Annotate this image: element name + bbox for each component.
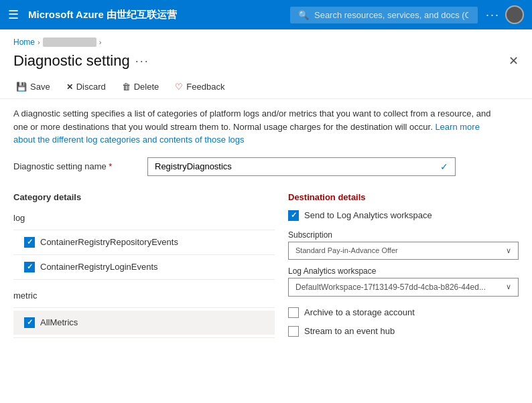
stream-row: Stream to an event hub xyxy=(288,326,519,337)
breadcrumb-home[interactable]: Home xyxy=(13,37,35,47)
required-indicator: * xyxy=(107,161,113,171)
metric-item-divider xyxy=(13,337,275,338)
name-input-wrapper: ✓ xyxy=(147,157,456,176)
container-registry-login-label: ContainerRegistryLoginEvents xyxy=(40,262,158,272)
workspace-field: Log Analytics workspace DefaultWorkspace… xyxy=(288,266,519,297)
log-analytics-checkbox[interactable] xyxy=(288,210,299,221)
container-registry-login-checkbox[interactable] xyxy=(24,262,35,272)
metric-section: metric AllMetrics xyxy=(13,288,275,338)
nav-title: Microsoft Azure 由世纪互联运营 xyxy=(28,9,290,21)
search-input[interactable] xyxy=(314,10,468,20)
feedback-button[interactable]: ♡ Feedback xyxy=(172,79,227,94)
stream-label: Stream to an event hub xyxy=(304,326,395,336)
name-label: Diagnostic setting name * xyxy=(13,161,147,171)
description: A diagnostic setting specifies a list of… xyxy=(0,99,509,155)
nav-bar: ☰ Microsoft Azure 由世纪互联运营 🔍 ··· xyxy=(0,0,532,29)
hamburger-icon[interactable]: ☰ xyxy=(8,7,19,22)
subscription-chevron-icon: ∨ xyxy=(506,246,511,255)
main-panel: Home › › Diagnostic setting ··· ✕ 💾 Save… xyxy=(0,29,532,403)
log-label: log xyxy=(13,210,275,226)
subscription-dropdown[interactable]: Standard Pay-in-Advance Offer ∨ xyxy=(288,242,519,260)
title-row: Diagnostic setting ··· xyxy=(13,52,149,70)
workspace-dropdown[interactable]: DefaultWorkspace-17f13149-57dd-4cba-b826… xyxy=(288,278,519,297)
nav-more-icon[interactable]: ··· xyxy=(486,8,500,22)
breadcrumb-chevron-2: › xyxy=(99,38,102,46)
metric-divider xyxy=(13,307,275,308)
breadcrumb: Home › › xyxy=(0,29,532,50)
subscription-value: Standard Pay-in-Advance Offer xyxy=(295,246,398,254)
validation-check-icon: ✓ xyxy=(440,161,448,172)
category-heading: Category details xyxy=(13,192,275,202)
subscription-label: Subscription xyxy=(288,230,519,240)
delete-icon: 🗑 xyxy=(122,82,131,92)
discard-icon: ✕ xyxy=(66,82,73,92)
log-analytics-label: Send to Log Analytics workspace xyxy=(304,210,432,220)
category-column: Category details log ContainerRegistryRe… xyxy=(13,192,275,346)
send-to-log-analytics-row: Send to Log Analytics workspace xyxy=(288,210,519,221)
workspace-value: DefaultWorkspace-17f13149-57dd-4cba-b826… xyxy=(295,283,486,292)
discard-label: Discard xyxy=(76,82,106,92)
name-row: Diagnostic setting name * ✓ xyxy=(13,157,519,176)
log-divider xyxy=(13,230,275,230)
breadcrumb-middle xyxy=(43,37,96,47)
subscription-field: Subscription Standard Pay-in-Advance Off… xyxy=(288,230,519,260)
destination-column: Destination details Send to Log Analytic… xyxy=(288,192,519,346)
close-button[interactable]: ✕ xyxy=(509,54,519,68)
save-label: Save xyxy=(30,82,50,92)
container-registry-repo-label: ContainerRegistryRepositoryEvents xyxy=(40,237,178,247)
destination-heading: Destination details xyxy=(288,192,519,202)
form-area: Diagnostic setting name * ✓ xyxy=(0,155,532,192)
toolbar: 💾 Save ✕ Discard 🗑 Delete ♡ Feedback xyxy=(0,75,532,99)
breadcrumb-chevron-1: › xyxy=(38,38,40,46)
page-title: Diagnostic setting xyxy=(13,52,130,70)
delete-button[interactable]: 🗑 Delete xyxy=(119,79,162,94)
list-item: ContainerRegistryLoginEvents xyxy=(13,258,275,276)
metric-label: metric xyxy=(13,288,275,303)
discard-button[interactable]: ✕ Discard xyxy=(64,79,109,94)
archive-checkbox[interactable] xyxy=(288,307,299,318)
title-area: Diagnostic setting ··· ✕ xyxy=(0,50,532,75)
nav-actions: ··· xyxy=(486,5,524,24)
save-icon: 💾 xyxy=(16,82,27,92)
workspace-chevron-icon: ∨ xyxy=(506,283,511,291)
archive-row: Archive to a storage account xyxy=(288,307,519,318)
page-more-icon[interactable]: ··· xyxy=(135,54,149,68)
container-registry-repo-checkbox[interactable] xyxy=(24,237,35,248)
archive-label: Archive to a storage account xyxy=(304,307,415,317)
log-section: log ContainerRegistryRepositoryEvents Co… xyxy=(13,210,275,280)
list-item: AllMetrics xyxy=(13,311,275,335)
name-input[interactable] xyxy=(155,161,440,171)
item-divider-1 xyxy=(13,254,275,255)
stream-checkbox[interactable] xyxy=(288,326,299,337)
all-metrics-label: AllMetrics xyxy=(40,317,78,327)
search-box[interactable]: 🔍 xyxy=(290,7,478,23)
all-metrics-checkbox[interactable] xyxy=(24,317,35,328)
feedback-icon: ♡ xyxy=(175,82,183,92)
item-divider-2 xyxy=(13,279,275,280)
workspace-label: Log Analytics workspace xyxy=(288,266,519,276)
two-column-layout: Category details log ContainerRegistryRe… xyxy=(0,192,532,346)
avatar[interactable] xyxy=(505,5,524,24)
search-icon: 🔍 xyxy=(298,10,309,20)
save-button[interactable]: 💾 Save xyxy=(13,79,53,94)
feedback-label: Feedback xyxy=(186,82,224,92)
list-item: ContainerRegistryRepositoryEvents xyxy=(13,233,275,252)
description-text: A diagnostic setting specifies a list of… xyxy=(13,108,490,132)
delete-label: Delete xyxy=(134,82,159,92)
